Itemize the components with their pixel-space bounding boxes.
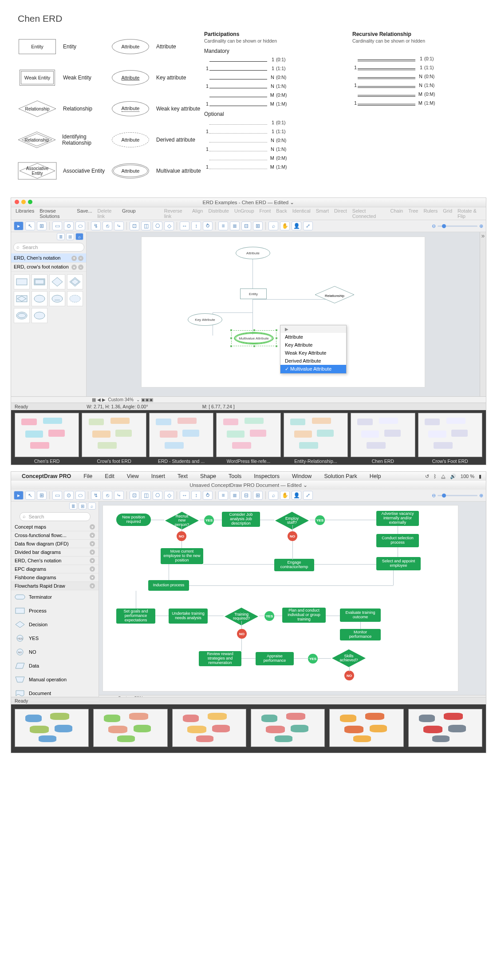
flow-no-icon[interactable]: NO — [344, 671, 354, 680]
mac-menu-item[interactable]: File — [83, 473, 92, 479]
wifi-icon[interactable]: ⧋ — [441, 474, 446, 479]
shape-list-item[interactable]: Terminator — [11, 590, 99, 604]
grid-view-icon[interactable]: ⊞ — [79, 502, 87, 510]
menu-item[interactable]: Grid — [443, 208, 452, 219]
menu-item[interactable]: Rulers — [423, 208, 438, 219]
library-item[interactable]: ERD, Chen's notation▾ — [11, 557, 99, 565]
menu-item[interactable]: Tree — [408, 208, 418, 219]
library-item[interactable]: EPC diagrams▾ — [11, 565, 99, 573]
gallery-item[interactable]: Crow's Foot ERD — [418, 413, 482, 464]
flow-node[interactable]: Review reward strategies and remuneratio… — [199, 651, 241, 666]
flow-node[interactable]: Engage contractor/temp — [274, 559, 314, 571]
gallery-thumb[interactable] — [93, 709, 167, 747]
flow-yes-icon[interactable]: YES — [315, 515, 325, 525]
mac-menu-item[interactable]: Help — [370, 473, 381, 479]
shape-list-item[interactable]: Manual operation — [11, 673, 99, 687]
mac-menu-item[interactable]: Shape — [200, 473, 216, 479]
library-item[interactable]: Divided bar diagrams▾ — [11, 548, 99, 557]
palette-shape[interactable] — [49, 274, 65, 289]
library-item[interactable]: Flowcharts Rapid Draw▾ — [11, 582, 99, 590]
gallery-thumb[interactable] — [351, 413, 415, 457]
gallery-thumb[interactable] — [329, 709, 403, 747]
mac-menu-item[interactable]: Solution Park — [324, 473, 357, 479]
flow-node[interactable]: Appraise performance — [256, 652, 294, 665]
toolbar-button[interactable]: ⊟ — [241, 221, 251, 230]
flow-node[interactable]: Move current employee to the new positio… — [161, 548, 203, 564]
node-key-attribute[interactable]: Key Attribute — [188, 313, 222, 326]
palette-shape[interactable] — [32, 291, 47, 306]
toolbar-button[interactable]: ✋ — [280, 221, 290, 230]
library-item[interactable]: ERD, Chen's notation▾ × — [11, 253, 86, 263]
flow-node[interactable]: Set goals and performance expectations — [116, 609, 155, 624]
minimize-icon[interactable] — [21, 200, 26, 204]
toolbar-button[interactable]: ⥁ — [203, 491, 213, 500]
toolbar-button[interactable]: ⤢ — [303, 221, 313, 230]
toolbar-button[interactable]: ✋ — [280, 491, 290, 500]
toolbar-button[interactable]: ⤷ — [114, 221, 124, 230]
zoom-in-icon[interactable]: ⊕ — [479, 493, 483, 498]
palette-shape[interactable] — [49, 291, 65, 306]
library-item[interactable]: Concept maps▾ — [11, 523, 99, 531]
toolbar-button[interactable]: ≡ — [218, 491, 228, 500]
library-item[interactable]: Fishbone diagrams▾ — [11, 573, 99, 582]
zoom-slider[interactable] — [438, 495, 477, 496]
ctx-item[interactable]: Key Attribute — [280, 341, 346, 349]
zoom-slider[interactable] — [438, 225, 477, 227]
flow-node[interactable]: Undertake training needs analysis — [169, 609, 208, 624]
palette-shape[interactable] — [67, 274, 83, 289]
toolbar-button[interactable]: ↕ — [191, 491, 201, 500]
library-item[interactable]: ERD, crow's foot notation▾ × — [11, 263, 86, 272]
palette-shape[interactable] — [67, 291, 83, 306]
gallery-thumb[interactable] — [284, 413, 348, 457]
zoom-ruler-bar[interactable]: ▦ ◀ ▶ Custom 59% ⌄ ▣▣▣ — [99, 695, 486, 697]
window-titlebar[interactable]: Unsaved ConceptDraw PRO Document — Edite… — [11, 481, 486, 490]
shape-list-item[interactable]: Decision — [11, 618, 99, 632]
search-mode-icon[interactable]: ⌕ — [75, 233, 83, 240]
mac-menu-item[interactable]: Edit — [105, 473, 114, 479]
shape-list-item[interactable]: Data — [11, 659, 99, 673]
toolbar-button[interactable]: 👤 — [292, 221, 301, 230]
flow-yes-icon[interactable]: YES — [264, 611, 274, 621]
mac-menu-item[interactable]: Inspectors — [254, 473, 280, 479]
search-input[interactable]: Search — [13, 243, 84, 252]
toolbar-button[interactable]: ⊞ — [37, 491, 47, 500]
toolbar-button[interactable]: ⊙ — [64, 491, 74, 500]
zoom-in-icon[interactable]: ⊕ — [479, 223, 483, 229]
template-gallery[interactable] — [11, 704, 486, 753]
menu-item[interactable]: Save... — [77, 208, 92, 219]
library-item[interactable]: Data flow diagram (DFD)▾ — [11, 540, 99, 548]
shape-palette[interactable] — [11, 272, 86, 326]
toolbar-button[interactable]: ⊡ — [130, 221, 139, 230]
toolbar-button[interactable]: ↖ — [25, 221, 35, 230]
gallery-thumb[interactable] — [172, 709, 246, 747]
toolbar-button[interactable]: ⊞ — [37, 221, 47, 230]
node-multivalue-attribute[interactable]: Multivalue Attribute — [234, 332, 274, 344]
node-relationship[interactable]: Relationship — [315, 286, 355, 305]
menu-item[interactable]: Direct — [334, 208, 347, 219]
toolbar-button[interactable]: ⎔ — [153, 221, 162, 230]
gallery-thumb[interactable] — [15, 413, 79, 457]
gallery-item[interactable]: Chen's ERD — [15, 413, 79, 464]
flow-yes-icon[interactable]: YES — [204, 515, 214, 525]
node-entity[interactable]: Entity — [240, 288, 267, 299]
gallery-thumb[interactable] — [149, 413, 213, 457]
toolbar-button[interactable]: ⤷ — [114, 491, 124, 500]
flow-decision[interactable]: Employ staff? — [274, 511, 310, 530]
toolbar-button[interactable]: ◫ — [141, 221, 151, 230]
flow-node[interactable]: Plan and conduct individual or group tra… — [282, 608, 326, 623]
close-icon[interactable] — [15, 200, 19, 204]
toolbar-button[interactable]: ▸ — [14, 491, 24, 500]
gallery-item[interactable] — [329, 709, 403, 748]
toolbar-button[interactable]: ↯ — [91, 491, 101, 500]
toolbar-button[interactable]: ⊙ — [64, 221, 74, 230]
menu-item[interactable]: Smart — [316, 208, 329, 219]
search-input[interactable]: Search — [20, 512, 91, 521]
drawing-canvas[interactable]: Attribute Entity Key Attribute Relations… — [141, 237, 425, 387]
toolbar-button[interactable]: ⎋ — [103, 221, 112, 230]
gallery-item[interactable]: Entity-Relationship... — [284, 413, 348, 464]
gallery-item[interactable]: Chen ERD — [351, 413, 415, 464]
palette-shape[interactable] — [14, 291, 30, 306]
gallery-thumb[interactable] — [251, 709, 325, 747]
toolbar-button[interactable]: 👤 — [292, 491, 301, 500]
gallery-item[interactable] — [172, 709, 246, 748]
